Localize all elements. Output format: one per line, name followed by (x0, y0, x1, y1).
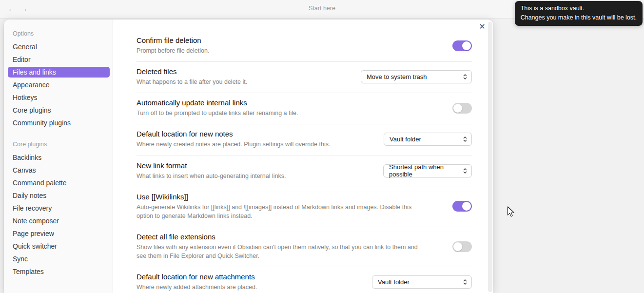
select-chevron-icon (463, 279, 467, 285)
setting-row-auto-update-links: Automatically update internal links Turn… (137, 93, 472, 124)
setting-row-new-link-format: New link format What links to insert whe… (137, 156, 472, 187)
detect-extensions-toggle[interactable] (452, 241, 472, 252)
use-wikilinks-toggle[interactable] (452, 201, 472, 212)
setting-title: Automatically update internal links (137, 98, 438, 107)
select-chevron-icon (463, 168, 467, 174)
setting-description: Prompt before file deletion. (137, 46, 429, 55)
setting-title: Deleted files (137, 67, 346, 76)
sidebar-item-file-recovery[interactable]: File recovery (8, 203, 110, 214)
sidebar-item-canvas[interactable]: Canvas (8, 165, 110, 176)
sidebar-item-note-composer[interactable]: Note composer (8, 215, 110, 226)
settings-content: ✕ Confirm file deletion Prompt before fi… (113, 20, 493, 293)
setting-row-attachments-location: Default location for new attachments Whe… (137, 267, 472, 293)
deleted-files-dropdown[interactable]: Move to system trash (361, 70, 472, 83)
toggle-knob (453, 104, 462, 113)
setting-title: Confirm file deletion (137, 36, 438, 44)
sidebar-item-core-plugins[interactable]: Core plugins (8, 105, 110, 116)
sidebar-section-core-plugins: Core plugins (13, 141, 113, 148)
sidebar-item-templates[interactable]: Templates (8, 266, 110, 277)
toggle-knob (453, 242, 462, 251)
close-icon[interactable]: ✕ (477, 21, 488, 32)
sidebar-item-general[interactable]: General (8, 41, 110, 52)
scrollbar-thumb[interactable] (488, 22, 492, 292)
setting-description: What links to insert when auto-generatin… (137, 172, 369, 180)
setting-title: Default location for new attachments (137, 273, 357, 281)
dropdown-value: Vault folder (390, 136, 421, 143)
sidebar-item-editor[interactable]: Editor (8, 54, 110, 65)
setting-description: Auto-generate Wikilinks for [[links]] an… (137, 203, 429, 220)
sandbox-vault-tooltip: This is a sandbox vault. Changes you mak… (515, 1, 643, 26)
select-chevron-icon (463, 74, 467, 79)
setting-description: Turn off to be prompted to update links … (137, 109, 429, 117)
sidebar-item-community-plugins[interactable]: Community plugins (8, 117, 110, 128)
auto-update-links-toggle[interactable] (452, 103, 472, 114)
setting-row-new-notes-location: Default location for new notes Where new… (137, 124, 472, 156)
setting-title: Default location for new notes (137, 130, 369, 138)
sidebar-item-files-and-links[interactable]: Files and links (8, 67, 110, 78)
sidebar-item-command-palette[interactable]: Command palette (8, 177, 110, 188)
setting-description: Where newly added attachments are placed… (137, 283, 357, 292)
modal-scrollbar[interactable] (488, 21, 492, 293)
sidebar-item-hotkeys[interactable]: Hotkeys (8, 92, 110, 103)
mouse-cursor (507, 206, 515, 220)
sidebar-item-daily-notes[interactable]: Daily notes (8, 190, 110, 201)
new-link-format-dropdown[interactable]: Shortest path when possible (383, 164, 472, 177)
setting-row-confirm-file-deletion: Confirm file deletion Prompt before file… (137, 27, 472, 62)
setting-row-detect-extensions: Detect all file extensions Show files wi… (137, 227, 472, 267)
sidebar-section-options: Options (13, 30, 113, 37)
setting-description: Show files with any extension even if Ob… (137, 243, 429, 260)
setting-row-use-wikilinks: Use [[Wikilinks]] Auto-generate Wikilink… (137, 187, 472, 227)
toggle-knob (462, 41, 471, 50)
toggle-knob (462, 202, 471, 211)
setting-description: What happens to a file after you delete … (137, 78, 346, 86)
sidebar-item-quick-switcher[interactable]: Quick switcher (8, 241, 110, 252)
attachments-location-dropdown[interactable]: Vault folder (372, 275, 472, 289)
dropdown-value: Shortest path when possible (389, 163, 458, 178)
confirm-file-deletion-toggle[interactable] (452, 40, 472, 51)
dropdown-value: Vault folder (378, 278, 410, 286)
setting-title: New link format (137, 161, 369, 170)
setting-description: Where newly created notes are placed. Pl… (137, 140, 369, 149)
settings-sidebar: Options General Editor Files and links A… (4, 20, 113, 293)
dropdown-value: Move to system trash (367, 73, 427, 80)
sidebar-item-page-preview[interactable]: Page preview (8, 228, 110, 239)
setting-title: Detect all file extensions (137, 233, 438, 241)
sidebar-item-sync[interactable]: Sync (8, 254, 110, 264)
select-chevron-icon (463, 137, 467, 142)
sidebar-item-appearance[interactable]: Appearance (8, 79, 110, 90)
new-notes-location-dropdown[interactable]: Vault folder (384, 133, 472, 146)
settings-modal: Options General Editor Files and links A… (4, 20, 493, 293)
sidebar-item-backlinks[interactable]: Backlinks (8, 152, 110, 163)
setting-row-deleted-files: Deleted files What happens to a file aft… (137, 62, 472, 93)
tooltip-line-2: Changes you make in this vault will be l… (521, 13, 637, 22)
tooltip-line-1: This is a sandbox vault. (521, 4, 637, 13)
setting-title: Use [[Wikilinks]] (137, 193, 438, 201)
